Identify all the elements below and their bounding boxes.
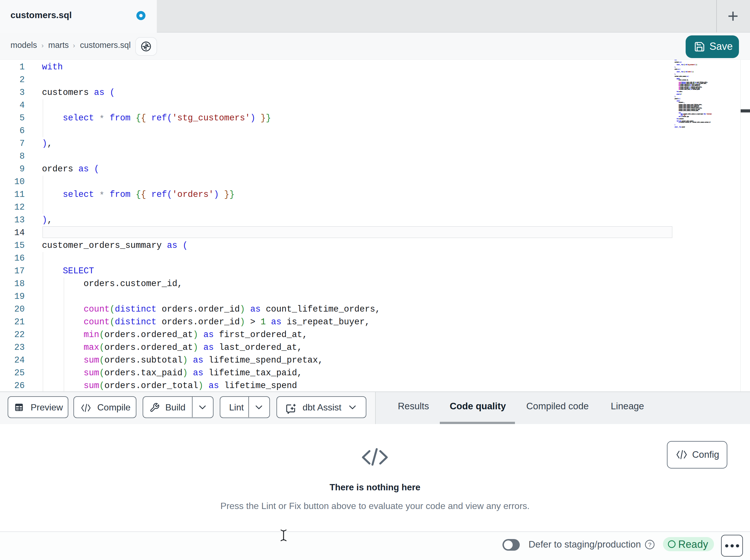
svg-text:?: ? bbox=[648, 541, 652, 548]
